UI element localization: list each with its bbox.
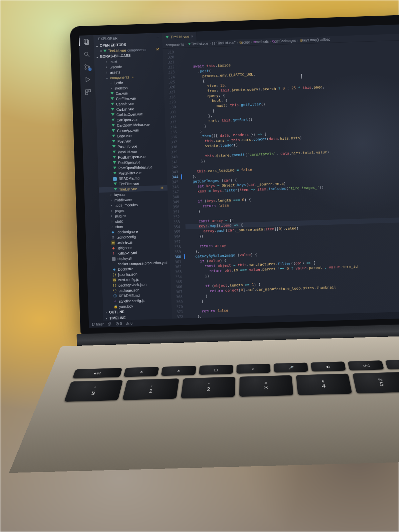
fn-key[interactable]: ☀ xyxy=(124,367,159,377)
breadcrumb-segment[interactable]: ⧉ script xyxy=(239,40,250,45)
file-label: Post.vue xyxy=(117,139,131,144)
breadcrumb-segment[interactable]: ⧉ methods xyxy=(253,40,269,44)
folder-label: store xyxy=(115,224,123,229)
folder-label: node_modules xyxy=(115,202,138,208)
tab-tirelist[interactable]: TireList.vue × xyxy=(162,32,197,42)
chevron-right-icon: › xyxy=(105,70,108,75)
folder-label: .vscode xyxy=(110,65,122,69)
laptop-deck: esc☀☀▢⌕🎤◐◁◁▷▷▷ °§!1"2#3€4%5&6 xyxy=(9,334,399,473)
folder-label: components xyxy=(110,75,129,80)
fn-key[interactable]: ◐ xyxy=(311,361,346,371)
fn-key[interactable]: ▢ xyxy=(199,365,233,375)
json-icon: { } xyxy=(113,283,116,288)
breadcrumb-segment[interactable]: { } "TireList.vue" xyxy=(212,41,235,45)
run-debug-icon[interactable] xyxy=(84,76,91,83)
sidebar-more-icon[interactable]: ⋯ xyxy=(155,35,159,39)
close-icon[interactable]: × xyxy=(100,49,102,53)
fn-key[interactable]: 🎤 xyxy=(274,362,308,372)
branch-indicator[interactable]: tires* xyxy=(91,322,104,326)
file-label: PostOpen.vue xyxy=(118,160,140,165)
vue-icon xyxy=(112,134,115,139)
svg-point-4 xyxy=(85,65,86,66)
js-icon: JS xyxy=(112,278,116,282)
file-label: Logo.vue xyxy=(117,133,132,138)
file-label: nuxt.config.js xyxy=(118,277,139,282)
fn-key[interactable]: esc xyxy=(72,368,122,378)
breadcrumb-segment[interactable]: TireList.vue xyxy=(188,42,208,46)
file-label: PostList.vue xyxy=(118,149,137,155)
fn-key[interactable]: ◁◁ xyxy=(348,360,384,370)
svg-point-14 xyxy=(94,323,94,324)
chevron-right-icon: › xyxy=(109,81,113,85)
number-key[interactable]: °§ xyxy=(64,380,123,402)
svg-point-5 xyxy=(85,68,86,69)
fn-key[interactable]: ⌕ xyxy=(236,364,271,374)
breadcrumb-segment[interactable]: ⧉ getCarImages xyxy=(272,39,296,43)
vue-icon xyxy=(112,139,115,144)
breadcrumb-segment[interactable]: ⊘ keys.map() callbac xyxy=(300,38,330,42)
chevron-right-icon: › xyxy=(110,208,113,213)
source-control-icon[interactable]: 1 xyxy=(83,63,91,71)
file-label: CarOpen.vue xyxy=(117,117,138,122)
number-key[interactable]: !1 xyxy=(122,378,179,400)
file-label: CloseApp.vue xyxy=(117,128,139,133)
search-icon[interactable] xyxy=(83,51,91,58)
file-label: .editorconfig xyxy=(117,234,136,240)
vscode-window: 1 EXPLORER⋯ ⌄OPEN EDITORS xyxy=(79,23,399,328)
chevron-right-icon: › xyxy=(110,224,114,229)
sync-indicator[interactable] xyxy=(108,322,111,326)
number-key[interactable]: €4 xyxy=(296,373,352,395)
extensions-icon[interactable] xyxy=(84,88,92,96)
svg-rect-9 xyxy=(88,90,90,92)
js-icon: JS xyxy=(111,240,115,245)
warnings-indicator[interactable]: 0 xyxy=(126,321,133,325)
file-label: TireFilter.vue xyxy=(119,181,139,187)
vue-icon xyxy=(111,123,115,128)
breadcrumb-segment[interactable]: components xyxy=(166,43,184,47)
chevron-right-icon: › xyxy=(105,65,108,69)
vue-icon xyxy=(113,166,116,171)
chevron-right-icon: › xyxy=(109,86,113,91)
number-key[interactable]: "2 xyxy=(181,377,235,398)
vue-icon xyxy=(111,118,114,123)
code-content[interactable]: await this.$axios .post( process.env.ELA… xyxy=(177,39,399,325)
file-label: CarList.vue xyxy=(116,107,134,112)
file-tree: ›.nuxt›.vscode›assets⌄components•›Lottie… xyxy=(94,57,172,309)
vue-icon xyxy=(111,113,114,117)
svg-line-3 xyxy=(88,55,89,57)
chevron-right-icon: › xyxy=(110,203,113,208)
docker-icon: ◆ xyxy=(111,230,114,234)
vue-icon xyxy=(111,129,115,133)
file-label: README.md xyxy=(119,293,140,298)
folder-label: Lottie xyxy=(114,80,123,85)
svg-point-13 xyxy=(92,325,93,326)
file-label: CarFilter.vue xyxy=(116,96,136,101)
number-key[interactable]: %5 xyxy=(352,372,399,394)
yaml-icon: ! xyxy=(113,251,114,256)
file-label: PostInfo.vue xyxy=(118,144,137,149)
code-area[interactable]: 3193203213223233243253263273283293303313… xyxy=(163,39,399,326)
file-label: jsconfig.json xyxy=(118,272,137,277)
modified-indicator: M xyxy=(156,47,161,51)
folder-label: middleware xyxy=(114,197,132,202)
file-label: .gitignore xyxy=(117,245,132,250)
screen-bezel: 1 EXPLORER⋯ ⌄OPEN EDITORS xyxy=(70,14,399,334)
number-key[interactable]: #3 xyxy=(239,375,294,397)
markdown-icon xyxy=(113,177,117,181)
file-label: package.json xyxy=(119,288,139,293)
yaml-icon: ! xyxy=(113,262,114,266)
editor: TireList.vue × components› TireList.vue›… xyxy=(162,23,399,326)
tab-close-icon[interactable]: × xyxy=(191,34,193,38)
explorer-icon[interactable] xyxy=(82,38,90,46)
fn-key[interactable]: ☀ xyxy=(161,366,196,376)
svg-marker-7 xyxy=(86,77,90,82)
vue-icon xyxy=(111,107,114,112)
fn-key[interactable]: ▷ xyxy=(385,359,399,369)
vue-icon xyxy=(112,145,115,149)
chevron-right-icon: › xyxy=(109,198,113,202)
errors-indicator[interactable]: 0 xyxy=(115,322,122,326)
svg-rect-10 xyxy=(85,92,88,95)
vue-icon xyxy=(113,182,117,187)
laptop: 1 EXPLORER⋯ ⌄OPEN EDITORS xyxy=(70,14,399,492)
file-label: PostListOpen.vue xyxy=(118,154,146,160)
